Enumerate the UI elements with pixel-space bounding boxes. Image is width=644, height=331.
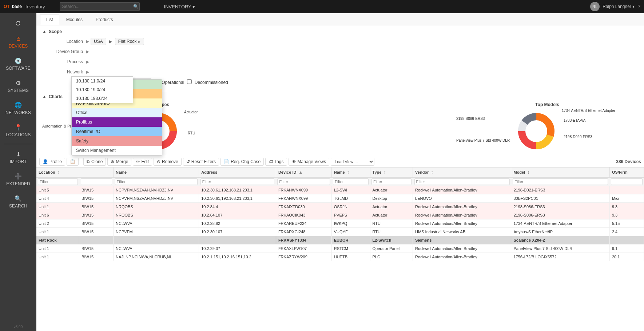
edit-button[interactable]: ✏ Edit	[133, 158, 152, 166]
sidebar-item-search[interactable]: 🔍 SEARCH	[0, 191, 36, 212]
table-cell: FRKAOCIK043	[276, 211, 331, 219]
inventory-menu-button[interactable]: INVENTORY ▾	[164, 4, 195, 9]
scope-stage-decommissioned-checkbox[interactable]	[187, 79, 192, 84]
table-row[interactable]: Unit 5BIW15NCPVFM,NSZVAH,NVHDZJ,NV10.2.3…	[36, 186, 644, 194]
scope-network-expand[interactable]: ▶	[86, 69, 89, 74]
stage-dropdown-item-realtime[interactable]: Realtime I/O	[72, 127, 162, 136]
network-submenu-item-0[interactable]: 10.130.11.0/24	[72, 77, 133, 85]
scope-crumb-flatrock[interactable]: Flat Rock ▶	[115, 38, 144, 45]
table-cell: FRKASFYT334	[276, 236, 331, 245]
search-input[interactable]	[60, 2, 140, 11]
help-button[interactable]: ?	[637, 4, 640, 9]
table-row[interactable]: Unit 1BIW15NCLWVA10.2.29.37FRKAXLFW107RS…	[36, 245, 644, 253]
scope-crumb-flatrock-label: Flat Rock	[118, 39, 137, 44]
sidebar-item-locations[interactable]: 📍 LOCATIONS	[0, 120, 36, 141]
sidebar-item-software[interactable]: 💿 SOFTWARE	[0, 54, 36, 74]
avatar: RL	[590, 2, 600, 11]
tab-products[interactable]: Products	[90, 15, 119, 24]
filter-name-input[interactable]	[115, 178, 198, 185]
filter-vendor-input[interactable]	[414, 178, 510, 185]
table-cell: NCPVFM,NSZVAH,NVHDZJ,NV	[114, 194, 199, 203]
sidebar-item-import[interactable]: ⬇ IMPORT	[0, 147, 36, 168]
stage-dropdown-item-profibus[interactable]: Profibus	[72, 117, 162, 127]
sidebar-item-extended[interactable]: ➕ EXTENDED	[0, 169, 36, 190]
filter-display-name-input[interactable]	[333, 178, 369, 185]
table-cell: Flat Rock	[36, 236, 79, 245]
network-submenu-item-1[interactable]: 10.130.19.0/24	[72, 85, 133, 94]
table-cell: Unit 4	[36, 194, 79, 203]
filter-location-input[interactable]	[38, 178, 78, 185]
filter-type-input[interactable]	[371, 178, 412, 185]
table-row[interactable]: Unit 1BIW15NCPVFM10.2.30.107FRKARXGI248V…	[36, 228, 644, 236]
scope-process-expand[interactable]: ▶	[86, 59, 89, 64]
load-view-select[interactable]: Load View ...	[331, 158, 374, 166]
col-address: Address	[199, 167, 276, 177]
content-area: List Modules Products ▲ Scope Location ▶…	[36, 13, 644, 331]
table-row[interactable]: Unit 6BIW15NRQOBS10.2.84.107FRKAOCIK043P…	[36, 211, 644, 219]
stage-dropdown-item-office[interactable]: Office	[72, 108, 162, 117]
scope-stage-decommissioned-text: Decommissioned	[195, 80, 228, 85]
sidebar-item-clock[interactable]: ⏱	[0, 17, 36, 31]
filter-address	[199, 177, 276, 186]
reset-icon: ↺	[186, 159, 190, 164]
table-cell: 2198-S086-ERS3	[511, 203, 609, 211]
scope-process-label: Process	[42, 59, 86, 64]
scope-collapse-icon[interactable]: ▲	[42, 29, 47, 34]
user-name[interactable]: Ralph Langner ▾	[603, 4, 635, 9]
tab-modules[interactable]: Modules	[60, 15, 89, 24]
stage-dropdown-item-safety[interactable]: Safety	[72, 136, 162, 146]
table-row[interactable]: Unit 1BIW15NAJLNP,NCLWVA,NLCRUB,NL10.2.1…	[36, 253, 644, 261]
scope-devicegroup-expand[interactable]: ▶	[86, 49, 89, 54]
table-cell: 10.2.84.107	[199, 211, 276, 219]
scope-row-process: Process ▶	[42, 57, 638, 66]
sidebar-divider	[4, 144, 33, 144]
filter-os-firm-input[interactable]	[611, 178, 642, 185]
remove-button[interactable]: ⊖ Remove	[154, 158, 182, 166]
merge-button[interactable]: ⊕ Merge	[107, 158, 131, 166]
table-cell: Actuator	[370, 211, 413, 219]
table-row[interactable]: Unit 4BIW15NCPVFM,NSZVAH,NVHDZJ,NV10.2.3…	[36, 194, 644, 203]
top-models-donut	[514, 109, 558, 153]
table-row[interactable]: Flat RockFRKASFYT334EUBQRL2-SwitchSiemen…	[36, 236, 644, 245]
model-d020-label: 2198-D020-ERS3	[564, 135, 592, 139]
networks-icon: 🌐	[15, 102, 22, 109]
scope-location-expand[interactable]: ▶	[86, 39, 89, 44]
brand-ot: OT	[4, 4, 10, 9]
search-sidebar-icon: 🔍	[15, 195, 22, 202]
network-submenu: 10.130.11.0/2410.130.19.0/2410.130.193.0…	[71, 76, 133, 103]
sidebar-item-devices-label: DEVICES	[9, 44, 28, 49]
stage-dropdown-item-switch[interactable]: Switch Management	[72, 146, 162, 155]
table-cell: PLC	[370, 253, 413, 261]
reset-filters-button[interactable]: ↺ Reset Filters	[183, 158, 219, 166]
charts-collapse-icon[interactable]: ▲	[42, 94, 47, 99]
table-cell: NRQOBS	[114, 211, 199, 219]
table-row[interactable]: Unit 1BIW15NRQOBS10.2.84.4FRKAIXTD030OSR…	[36, 203, 644, 211]
scope-row-devicegroup: Device Group ▶	[42, 47, 638, 56]
scope-crumb-usa[interactable]: USA	[91, 38, 106, 45]
tab-list[interactable]: List	[40, 15, 59, 25]
clone-button[interactable]: ⧉ Clone	[83, 158, 106, 166]
tags-label: Tags	[274, 159, 283, 164]
tags-button[interactable]: 🏷 Tags	[265, 158, 287, 166]
sidebar-item-networks[interactable]: 🌐 NETWORKS	[0, 98, 36, 119]
profile-button[interactable]: 👤 Profile	[39, 158, 65, 166]
model-aentr-label: 1734-AENTR/B Ethernet Adapter	[562, 109, 615, 113]
table-row[interactable]: Unit 2BIW15NCLWVA10.2.28.82FRKAREUF224IW…	[36, 219, 644, 228]
network-submenu-item-2[interactable]: 10.130.193.0/24	[72, 94, 133, 103]
req-chg-button[interactable]: 📄 Req. Chg Case	[220, 158, 264, 166]
inventory-icon-button[interactable]: 📋	[67, 158, 79, 166]
software-icon: 💿	[15, 57, 22, 64]
scope-row-network: Network ▶	[42, 68, 638, 76]
table-cell: RTU	[370, 219, 413, 228]
table-cell: 9.3	[609, 211, 644, 219]
filter-address-input[interactable]	[200, 178, 275, 185]
main-layout: ⏱ 🖥 DEVICES 💿 SOFTWARE ⚙ SYSTEMS 🌐 NETWO…	[0, 13, 644, 331]
scope-stage-operational-text: Operational	[162, 80, 184, 85]
filter-model-input[interactable]	[513, 178, 608, 185]
manage-views-button[interactable]: 👁 Manage Views	[289, 158, 330, 166]
table-cell: 2198-S086-ERS3	[511, 211, 609, 219]
sidebar-item-systems[interactable]: ⚙ SYSTEMS	[0, 76, 36, 97]
filter-address2-input[interactable]	[81, 178, 112, 185]
sidebar-item-devices[interactable]: 🖥 DEVICES	[0, 32, 36, 52]
filter-device-id-input[interactable]	[277, 178, 330, 185]
